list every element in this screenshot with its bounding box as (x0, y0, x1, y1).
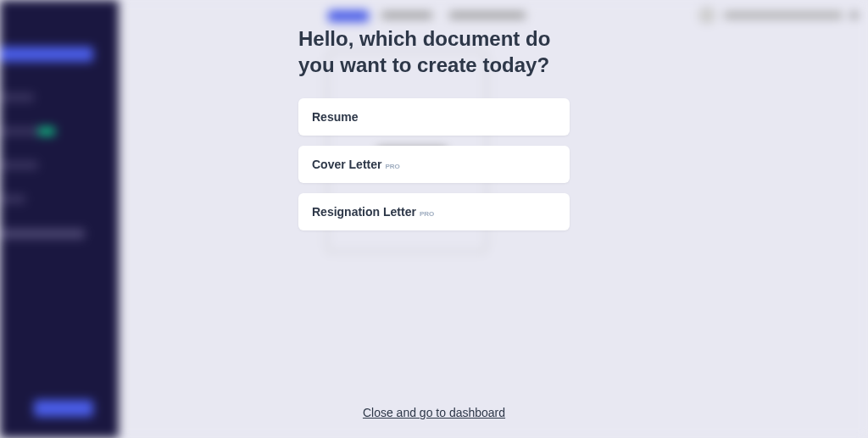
option-resignation-letter-pro: PRO (420, 210, 434, 218)
document-create-modal: Hello, which document do you want to cre… (0, 0, 868, 438)
option-resume[interactable]: Resume (298, 98, 570, 136)
modal-title: Hello, which document do you want to cre… (298, 25, 570, 78)
modal-content: Hello, which document do you want to cre… (298, 25, 570, 241)
option-resignation-letter-label: Resignation Letter (312, 205, 416, 219)
close-link[interactable]: Close and go to dashboard (363, 406, 505, 419)
option-cover-letter[interactable]: Cover Letter PRO (298, 146, 570, 183)
option-resume-label: Resume (312, 110, 358, 124)
option-resignation-letter[interactable]: Resignation Letter PRO (298, 193, 570, 230)
option-cover-letter-pro: PRO (385, 163, 399, 170)
option-cover-letter-label: Cover Letter (312, 158, 381, 171)
